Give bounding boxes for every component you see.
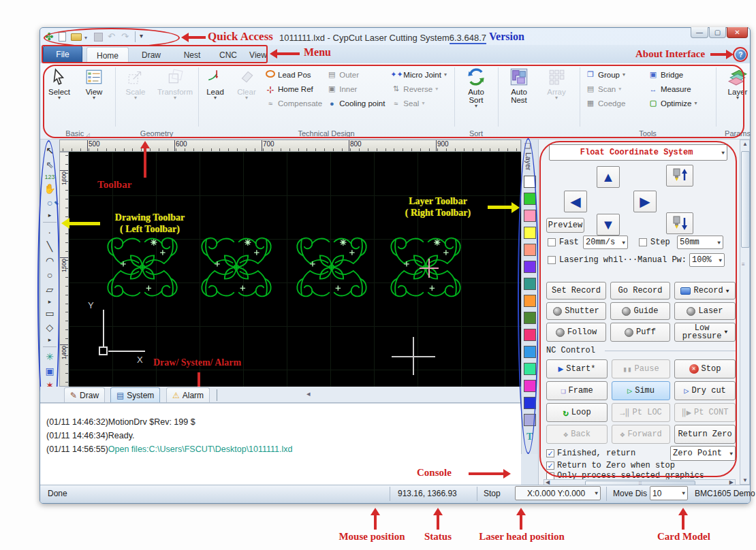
lead-pos-item[interactable]: Lead Pos [265,67,322,82]
finished-return-select[interactable]: Zero Point▼ [670,446,736,461]
layer-swatch[interactable] [524,295,536,307]
guide-button[interactable]: Guide [610,302,670,320]
array-button[interactable]: Array▾ [539,63,574,100]
line-tool-icon[interactable]: ╲ [40,240,59,253]
layer-swatch[interactable] [524,261,536,273]
layer-swatch[interactable] [524,363,536,375]
dry-cut-button[interactable]: ▷Dry cut [674,381,736,400]
seal-item[interactable]: ≈Seal▾ [390,96,447,110]
ornament-graphic[interactable] [104,233,180,301]
bridge-item[interactable]: ▣Bridge [648,67,697,82]
polygon-tool-icon[interactable]: ◇ [40,321,59,334]
qa-overflow-icon[interactable]: ▾ [140,32,143,39]
lead-button[interactable]: Lead▾ [200,63,231,100]
tab-home[interactable]: Home [86,47,129,63]
step-checkbox[interactable] [639,238,647,246]
layer-swatch[interactable] [524,329,536,341]
scroll-down-icon[interactable]: ▼ [742,477,748,483]
transform-button[interactable]: Transform▾ [155,63,195,100]
panel-vscrollbar[interactable]: ▲ ≡ ▼ [740,140,750,485]
tab-nest[interactable]: Nest [172,47,212,63]
inner-item[interactable]: ▣Inner [326,82,385,96]
dialog-launcher-icon[interactable]: ◿ [86,132,89,137]
frame-button[interactable]: ❏Frame [546,381,608,400]
symmetry-tool-icon[interactable]: ✳ [40,350,59,363]
circle-tool-icon[interactable]: ○ [40,268,59,282]
micro-joint-item[interactable]: ✦✦Micro Joint▾ [390,67,447,82]
pt-loc-button[interactable]: →‖Pt LOC [612,403,670,422]
bounds-tool-icon[interactable]: ▣ [40,364,59,378]
shutter-button[interactable]: Shutter [546,302,606,320]
layer-swatch[interactable] [524,380,536,392]
undo-icon[interactable]: ↶ [108,31,115,42]
stop-button[interactable]: ✕Stop [674,359,736,378]
laser-button[interactable]: Laser [674,302,736,320]
back-button[interactable]: ❖Back [546,425,608,444]
ornament-graphic[interactable] [198,233,274,301]
flyout-arrow-icon[interactable]: ▸ [40,335,59,344]
view-button[interactable]: View▾ [77,63,111,100]
group-item[interactable]: ❐Group▾ [585,67,645,82]
scan-item[interactable]: ▤Scan▾ [585,82,645,96]
follow-button[interactable]: Follow [546,323,606,342]
pt-cont-button[interactable]: ‖▶Pt CONT [674,403,736,422]
layer-swatch[interactable] [524,278,536,290]
laser-position-select[interactable]: X:0.000 Y:0.000▼ [515,486,601,500]
set-record-button[interactable]: Set Record [546,282,606,300]
vscroll-thumb[interactable] [741,151,750,248]
jog-down-button[interactable]: ▼ [597,214,620,236]
fast-checkbox[interactable] [548,238,556,246]
move-dis-select[interactable]: 10▼ [650,486,688,500]
select-arrow-icon[interactable]: ↖ [40,144,59,157]
layer-swatch[interactable] [524,193,536,205]
compensate-item[interactable]: ≈Compensate [265,96,322,110]
home-ref-item[interactable]: -¦-Home Ref [265,82,322,96]
tab-draw-log[interactable]: ✎Draw [64,387,105,402]
loop-button[interactable]: ↻Loop [546,403,608,422]
tab-alarm-log[interactable]: ⚠Alarm [166,387,210,402]
node-select-icon[interactable]: ⇖ [40,158,59,172]
manual-pw-select[interactable]: 100%▼ [689,253,725,267]
layer-swatch[interactable] [524,210,536,222]
layer-swatch[interactable] [524,312,536,324]
record-button[interactable]: Record▼ [674,282,736,300]
jog-left-button[interactable]: ◀ [564,191,587,212]
tab-scroll-left-icon[interactable]: ◂ [306,389,311,398]
layer-swatch[interactable] [524,397,536,409]
rectangle-tool-icon[interactable]: ▭ [40,306,59,320]
numbering-icon[interactable]: 123 [40,172,59,182]
ornament-graphic[interactable] [294,233,370,301]
scroll-up-icon[interactable]: ▲ [742,141,748,147]
go-record-button[interactable]: Go Record [610,282,670,300]
open-file-icon[interactable] [71,33,82,41]
tab-draw[interactable]: Draw [131,47,171,63]
jog-up-button[interactable]: ▲ [597,166,620,188]
tab-cnc[interactable]: CNC [213,47,243,63]
reverse-item[interactable]: ⇅Reverse▾ [390,82,447,96]
start-button[interactable]: ▶Start* [546,359,608,378]
open-dropdown-icon[interactable]: ▾ [84,35,87,41]
fast-speed-select[interactable]: 20mm/s▼ [583,236,628,249]
pause-button[interactable]: ▮▮Pause [612,359,670,378]
layer-swatch[interactable] [524,414,536,426]
flyout-arrow-icon[interactable]: ▸ [40,297,59,306]
auto-sort-button[interactable]: Auto Sort▾ [457,63,495,108]
step-size-select[interactable]: 50mm▼ [677,236,723,249]
flyout-arrow-icon[interactable]: ▸ [40,210,59,220]
layer-button[interactable]: Layer▾ [719,63,756,100]
forward-button[interactable]: ❖Forward [612,425,670,444]
select-button[interactable]: Select▾ [42,63,77,100]
return-zero-stop-checkbox[interactable]: ✓ [546,462,554,470]
restore-button[interactable]: ▢ [709,27,726,38]
tab-view[interactable]: View [243,47,273,63]
return-zero-button[interactable]: Return Zero [674,425,736,444]
coord-system-select[interactable]: Float Coordinate System▼ [549,144,727,161]
tab-file[interactable]: File [43,46,82,63]
text-tool-icon[interactable]: T [526,432,533,442]
outer-item[interactable]: ▤Outer [326,67,385,82]
preview-button[interactable]: Preview [546,218,584,233]
point-tool-icon[interactable]: ∙ [40,225,59,239]
layer-swatch[interactable] [524,227,536,239]
save-icon[interactable] [94,33,103,42]
measure-item[interactable]: ↔Measure [648,82,697,96]
